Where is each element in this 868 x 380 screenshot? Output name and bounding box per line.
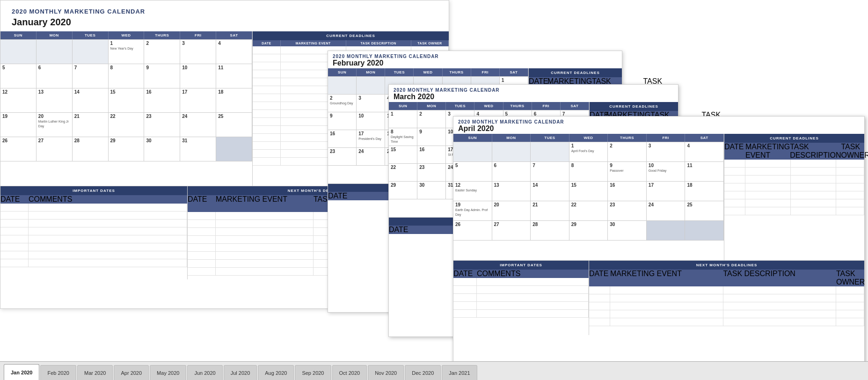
tab-apr-2020[interactable]: Apr 2020: [114, 365, 149, 380]
tab-nov-2020[interactable]: Nov 2020: [368, 365, 404, 380]
apr-imp-rows: [453, 278, 589, 318]
feb-month-title: February 2020: [333, 59, 617, 67]
col-date: DATE: [253, 40, 281, 46]
jan-cell-6: 6: [36, 64, 73, 88]
day-thu: THURS: [144, 31, 180, 39]
col-task: TASK DESCRIPTION: [346, 40, 412, 46]
jan-cell-25: 25: [216, 113, 252, 137]
jan-month-title: January 2020: [6, 16, 443, 30]
jan-cell-17: 17: [180, 88, 216, 113]
apr-deadlines-rows: [724, 160, 864, 215]
tab-feb-2020[interactable]: Feb 2020: [40, 365, 76, 380]
tab-jul-2020[interactable]: Jul 2020: [224, 365, 257, 380]
jan-cell-2: 2: [144, 40, 180, 64]
jan-cell-12: 12: [0, 88, 36, 113]
jan-page-title: 2020 MONTHLY MARKETING CALENDAR: [6, 4, 443, 16]
jan-cell-19: 19: [0, 113, 36, 137]
apr-next-rows: [589, 286, 864, 326]
tab-jan-2020[interactable]: Jan 2020: [4, 364, 39, 380]
col-comments: COMMENTS: [29, 195, 187, 204]
jan-cell-20: 20Martin Luther King Jr Day: [36, 113, 73, 137]
mar-deadlines-header: CURRENT DEADLINES: [590, 102, 678, 111]
apr-page-title: 2020 MONTHLY MARKETING CALENDAR: [458, 119, 860, 124]
jan-cell-14: 14: [73, 88, 109, 113]
table-row: [0, 235, 187, 243]
apr-bottom-section: IMPORTANT DATES DATE COMMENTS NEXT MONTH…: [453, 260, 864, 335]
jan-cell-24: 24: [180, 113, 216, 137]
jan-imp-dates-header: IMPORTANT DATES: [0, 186, 187, 195]
jan-cell-3: 3: [180, 40, 216, 64]
day-wed: WED: [109, 31, 145, 39]
jan-cell-1: 1New Year's Day: [109, 40, 145, 64]
apr-deadlines-header: CURRENT DEADLINES: [724, 134, 864, 143]
apr-month-title: April 2020: [458, 124, 860, 133]
table-row: [0, 212, 187, 219]
tab-jan-2021[interactable]: Jan 2021: [442, 365, 477, 380]
table-row: [0, 204, 187, 212]
table-row: [0, 219, 187, 227]
jan-cell-13: 13: [36, 88, 73, 113]
jan-cell-empty1: [0, 40, 36, 64]
apr-deadlines: CURRENT DEADLINES DATE MARKETING EVENT T…: [724, 134, 864, 260]
jan-cell-11: 11: [216, 64, 252, 88]
tab-dec-2020[interactable]: Dec 2020: [405, 365, 441, 380]
tab-aug-2020[interactable]: Aug 2020: [258, 365, 294, 380]
mar-page-title: 2020 MONTHLY MARKETING CALENDAR: [394, 88, 673, 93]
jan-cell-23: 23: [144, 113, 180, 137]
col-event: MARKETING EVENT: [281, 40, 346, 46]
col-event2: MARKETING EVENT: [216, 195, 314, 212]
jan-cell-10: 10: [180, 64, 216, 88]
day-tue: TUES: [73, 31, 109, 39]
apr-top: SUN MON TUES WED THURS FRI SAT 1April Fo…: [453, 134, 864, 260]
jan-cell-4: 4: [216, 40, 252, 64]
jan-imp-dates-table-header: DATE COMMENTS: [0, 195, 187, 204]
jan-deadlines-header: CURRENT DEADLINES: [253, 31, 449, 40]
jan-cell-15: 15: [109, 88, 145, 113]
tab-jun-2020[interactable]: Jun 2020: [187, 365, 222, 380]
feb-title-area: 2020 MONTHLY MARKETING CALENDAR February…: [328, 51, 622, 68]
tab-may-2020[interactable]: May 2020: [150, 365, 186, 380]
apr-next-dead-header: NEXT MONTH'S DEADLINES: [589, 261, 864, 270]
jan-cell-18: 18: [216, 88, 252, 113]
apr-imp-dates-header: IMPORTANT DATES: [453, 261, 589, 270]
tab-oct-2020[interactable]: Oct 2020: [332, 365, 367, 380]
jan-cell-5: 5: [0, 64, 36, 88]
tab-mar-2020[interactable]: Mar 2020: [77, 365, 113, 380]
jan-cell-31: 31: [180, 137, 216, 161]
jan-cell-26: 26: [0, 137, 36, 161]
day-sat: SAT: [216, 31, 252, 39]
day-mon: MON: [36, 31, 73, 39]
apr-title-area: 2020 MONTHLY MARKETING CALENDAR April 20…: [453, 117, 864, 134]
apr-next-deadlines: NEXT MONTH'S DEADLINES DATE MARKETING EV…: [589, 261, 864, 335]
feb-days-header: SUN MON TUES WED THURS FRI SAT: [328, 68, 528, 76]
day-fri: FRI: [180, 31, 216, 39]
jan-cell-empty2: [36, 40, 73, 64]
jan-cell-21: 21: [73, 113, 109, 137]
col-owner: TASK OWNER: [411, 40, 449, 46]
jan-imp-dates-rows: [0, 204, 187, 267]
jan-cell-9: 9: [144, 64, 180, 88]
feb-page-title: 2020 MONTHLY MARKETING CALENDAR: [333, 54, 617, 59]
jan-important-dates: IMPORTANT DATES DATE COMMENTS: [0, 186, 188, 279]
apr-days-header: SUN MON TUES WED THURS FRI SAT: [453, 134, 724, 142]
main-content: 2020 MONTHLY MARKETING CALENDAR January …: [0, 0, 868, 361]
tab-bar: Jan 2020 Feb 2020 Mar 2020 Apr 2020 May …: [0, 361, 868, 380]
mar-month-title: March 2020: [394, 93, 673, 101]
jan-days-header: SUN MON TUES WED THURS FRI SAT: [0, 31, 252, 39]
jan-cell-29: 29: [109, 137, 145, 161]
jan-cell-7: 7: [73, 64, 109, 88]
apr-important-dates: IMPORTANT DATES DATE COMMENTS: [453, 261, 589, 335]
day-sun: SUN: [0, 31, 36, 39]
apr-grid: 1April Fool's Day 2 3 4 5 6 7 8 9Passove…: [453, 142, 724, 260]
jan-cell-empty3: [73, 40, 109, 64]
table-row: [0, 251, 187, 259]
feb-deadlines-header: CURRENT DEADLINES: [529, 68, 622, 77]
jan-cell-8: 8: [109, 64, 145, 88]
jan-calendar: SUN MON TUES WED THURS FRI SAT 1New Year…: [0, 31, 252, 186]
table-row: [0, 243, 187, 251]
col-date3: DATE: [188, 195, 216, 212]
sheet-april: 2020 MONTHLY MARKETING CALENDAR April 20…: [453, 116, 865, 361]
apr-calendar: SUN MON TUES WED THURS FRI SAT 1April Fo…: [453, 134, 724, 260]
col-date2: DATE: [0, 195, 29, 204]
tab-sep-2020[interactable]: Sep 2020: [295, 365, 331, 380]
